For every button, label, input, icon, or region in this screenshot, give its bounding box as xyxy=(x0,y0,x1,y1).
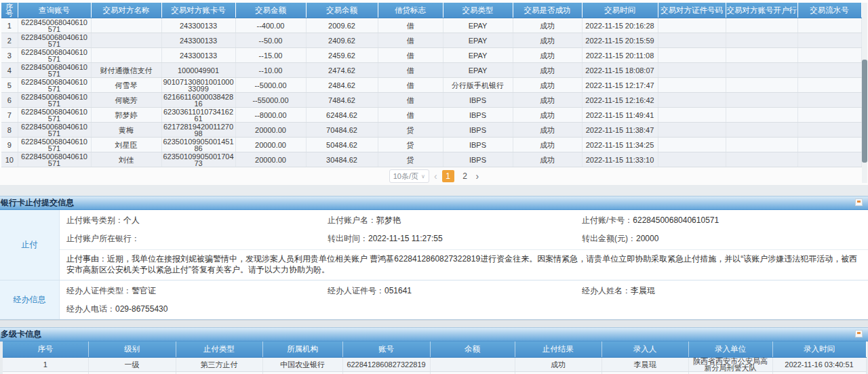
row-label-agent: 经办信息 xyxy=(0,280,60,319)
table-cell: 2022-11-15 20:16:28 xyxy=(582,18,658,33)
table-cell xyxy=(658,108,726,123)
table-cell: 2022-11-16 08:41:56 xyxy=(772,372,866,374)
table-cell: 243300133 xyxy=(161,33,235,48)
table-cell: 成功 xyxy=(513,63,582,78)
page-1-button[interactable]: 1 xyxy=(442,170,454,182)
table-cell: IBPS xyxy=(443,138,513,152)
page-size-select[interactable]: 10条/页 ∨ xyxy=(389,169,429,183)
table-cell: 2022-11-15 11:49:41 xyxy=(582,108,658,123)
section-title: 银行卡止付提交信息 xyxy=(1,198,74,207)
table-header-row: 序号查询账号交易对方名称交易对方账卡号交易金额交易余额借贷标志交易类型交易是否成… xyxy=(1,3,861,18)
table-cell xyxy=(797,108,861,123)
table-cell xyxy=(658,63,726,78)
table-row: 26228450068040610571243300133--50.002409… xyxy=(1,33,861,48)
field-transfer-time: 转出时间：2022-11-15 11:27:55 xyxy=(328,233,582,244)
table-cell: --10.00 xyxy=(235,63,306,78)
table-cell xyxy=(430,358,515,372)
table-cell xyxy=(797,78,861,93)
table-cell xyxy=(726,138,797,152)
column-header: 余额 xyxy=(430,341,515,358)
table-cell xyxy=(658,93,726,108)
table-cell xyxy=(658,152,726,167)
spacer xyxy=(0,320,868,327)
table-cell: 50484.62 xyxy=(306,138,378,152)
field-card-number: 止付账/卡号：6228450068040610571 xyxy=(582,215,868,226)
table-cell xyxy=(91,33,161,48)
column-header: 序号 xyxy=(3,341,88,358)
field-bank: 止付账户所在银行： xyxy=(66,233,328,244)
agent-fields: 经办人证件类型：警官证 经办人证件号：051641 经办人姓名：李晨琨 经办人电… xyxy=(60,280,868,319)
table-cell xyxy=(726,123,797,138)
table-cell: 成功 xyxy=(513,138,582,152)
table-cell xyxy=(797,138,861,152)
table-cell: 2022-11-15 11:38:47 xyxy=(582,123,658,138)
table-cell: 6228450068040610571 xyxy=(18,152,91,167)
page-size-label: 10条/页 xyxy=(393,171,418,182)
column-header: 止付结果 xyxy=(515,341,601,358)
spacer xyxy=(0,185,868,196)
table-cell: 4 xyxy=(1,63,18,78)
table-cell xyxy=(726,33,797,48)
table-cell: 贷 xyxy=(378,138,443,152)
table-cell: 2022-11-16 03:40:51 xyxy=(772,358,866,372)
table-cell: 6228450068040610571 xyxy=(18,18,91,33)
table-cell xyxy=(658,123,726,138)
field-agent-cert-type: 经办人证件类型：警官证 xyxy=(66,285,328,296)
table-cell: IBPS xyxy=(443,152,513,167)
column-header: 级别 xyxy=(88,341,176,358)
table-cell: 6228450068040610571 xyxy=(18,48,91,63)
table-cell xyxy=(658,138,726,152)
table-cell xyxy=(797,93,861,108)
table-cell: 6 xyxy=(1,93,18,108)
table-cell xyxy=(797,18,861,33)
table-cell xyxy=(726,78,797,93)
table-cell: 6228450068040610571 xyxy=(18,93,91,108)
collapse-icon[interactable] xyxy=(855,330,863,337)
table-cell: 李晨琨 xyxy=(601,358,688,372)
table-cell xyxy=(726,108,797,123)
table-cell: 20000.00 xyxy=(235,152,306,167)
table-cell: 2022-11-15 11:34:25 xyxy=(582,138,658,152)
table-cell: 30484.62 xyxy=(306,152,378,167)
column-header: 账号 xyxy=(342,341,430,358)
table-cell: 10 xyxy=(1,152,18,167)
stop-payment-fields: 止付账号类别：个人 止付账户名：郭梦艳 止付账/卡号：6228450068040… xyxy=(60,210,868,280)
table-cell: 70484.62 xyxy=(306,123,378,138)
field-account-type: 止付账号类别：个人 xyxy=(66,215,328,226)
prev-page-button[interactable]: ‹ xyxy=(434,171,437,182)
table-cell: 一级 xyxy=(88,358,176,372)
column-header: 交易对方证件号码 xyxy=(658,3,726,18)
table-cell: 2409.62 xyxy=(306,33,378,48)
table-row: 16228450068040610571243300133--400.00200… xyxy=(1,18,861,33)
table-cell xyxy=(797,63,861,78)
scrollbar-track[interactable] xyxy=(862,3,867,183)
table-row: 96228450068040610571刘星臣62350109905001451… xyxy=(1,138,861,152)
table-cell: 20000.00 xyxy=(235,123,306,138)
table-row: 86228450068040610571黄梅621728194200112709… xyxy=(1,123,861,138)
scrollbar-thumb[interactable] xyxy=(862,60,867,163)
page-2-button[interactable]: 2 xyxy=(459,170,471,182)
stop-payment-row: 止付 止付账号类别：个人 止付账户名：郭梦艳 止付账/卡号：6228450068… xyxy=(0,210,868,280)
table-cell: 243300133 xyxy=(161,48,235,63)
field-agent-phone: 经办人电话：029-86755430 xyxy=(66,304,328,314)
column-header: 止付类型 xyxy=(176,341,262,358)
table-cell: 成功 xyxy=(513,108,582,123)
column-header: 交易对方账号开户行 xyxy=(726,3,797,18)
table-cell: 李晨琨 xyxy=(601,372,688,374)
table-cell: IBPS xyxy=(443,93,513,108)
table-cell xyxy=(688,372,772,374)
table-cell: 借 xyxy=(378,63,443,78)
table-cell: 郭梦婷 xyxy=(91,108,161,123)
table-cell: 7 xyxy=(1,108,18,123)
table-cell: 2474.62 xyxy=(306,63,378,78)
next-page-button[interactable]: › xyxy=(476,171,479,182)
column-header: 录入单位 xyxy=(688,341,772,358)
table-cell xyxy=(726,152,797,167)
table-cell: 成功 xyxy=(513,18,582,33)
table-cell xyxy=(658,33,726,48)
transactions-table: 序号查询账号交易对方名称交易对方账卡号交易金额交易余额借贷标志交易类型交易是否成… xyxy=(1,3,862,167)
column-header: 交易流水号 xyxy=(797,3,861,18)
table-cell: 6228450068040610571 xyxy=(18,108,91,123)
collapse-icon[interactable] xyxy=(855,199,863,206)
table-row: 1一级第三方止付中国农业银行6228412860827322819成功李晨琨陕西… xyxy=(3,358,866,372)
